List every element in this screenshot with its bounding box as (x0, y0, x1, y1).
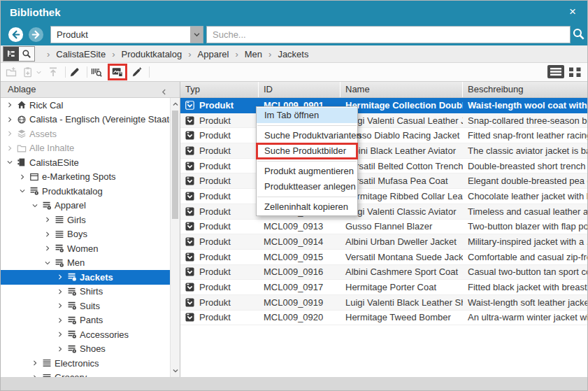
cell-name: Albini Cashmere Sport Coat (340, 265, 463, 280)
table-row[interactable]: Produkt MCL009_0919 Luigi Valenti Black … (180, 295, 587, 311)
table-row[interactable]: Produkt MCL009_0915 Versatil Montana Sue… (180, 250, 587, 265)
breadcrumb-item-produktkatalog[interactable]: Produktkatalog (122, 49, 182, 59)
sidebar-item-accessories[interactable]: Accessories (1, 327, 170, 342)
chevron-down-icon[interactable] (31, 202, 42, 209)
tree-view-toggle[interactable] (3, 47, 19, 61)
chevron-right-icon[interactable] (57, 317, 67, 324)
scrollbar-thumb[interactable] (172, 111, 178, 219)
sidebar-item-men[interactable]: Men (1, 256, 170, 271)
table-row[interactable]: Produkt Gusso Diablo Racing Jacket Fitte… (180, 128, 587, 143)
chevron-right-icon[interactable] (57, 288, 67, 295)
sidebar-item-pants[interactable]: Pants (1, 313, 170, 328)
breadcrumb-item-jackets[interactable]: Jackets (278, 49, 308, 59)
search-icon[interactable] (572, 27, 587, 42)
table-row[interactable]: Produkt Versatil Mufasa Pea Coat Elegant… (180, 173, 587, 189)
product-type-icon (185, 131, 194, 140)
back-button[interactable] (8, 27, 24, 43)
table-row[interactable]: Produkt MCL009_0913 Gusso Flannel Blazer… (180, 220, 587, 235)
menu-item-zelleninhalt-kopieren[interactable]: Zelleninhalt kopieren (257, 199, 357, 215)
chevron-right-icon[interactable] (6, 116, 17, 123)
chevron-right-icon[interactable] (57, 273, 67, 280)
sidebar-item-grocery[interactable]: Grocery (1, 371, 170, 378)
table-row[interactable]: Produkt MCL009_0914 Albini Urban Dweller… (180, 234, 587, 250)
product-type-icon (185, 207, 194, 216)
scroll-down-icon[interactable] (171, 367, 180, 375)
edit-pencil-icon[interactable] (69, 66, 80, 78)
augment-product-icon[interactable] (131, 66, 143, 78)
table-row[interactable]: Produkt MCL009_0916 Albini Cashmere Spor… (180, 265, 587, 280)
chevron-right-icon[interactable] (19, 173, 29, 180)
breadcrumb-item-calistaesite[interactable]: CalistaESite (56, 49, 106, 59)
search-input[interactable] (206, 26, 571, 43)
sidebar-item-electronics[interactable]: Electronics (1, 356, 170, 371)
table-row[interactable]: Produkt Albini Black Leather Aviator The… (180, 143, 587, 159)
menu-item-im-tab-öffnen[interactable]: Im Tab öffnen (257, 108, 357, 123)
column-header-name[interactable]: Name (340, 82, 463, 97)
sidebar-item-produktkatalog[interactable]: Produktkatalog (1, 184, 170, 199)
grid-view-button[interactable] (568, 66, 582, 78)
sidebar-item-jackets[interactable]: Jackets (1, 270, 170, 285)
sidebar-item-calistaesite[interactable]: CalistaESite (1, 155, 170, 170)
sidebar-item-assets[interactable]: Assets (1, 127, 170, 141)
upload-icon[interactable] (48, 66, 59, 78)
table-row[interactable]: Produkt MCL009_0901 Hermitage Collection… (180, 98, 587, 113)
sidebar-item-shirts[interactable]: Shirts (1, 285, 170, 299)
sidebar-item-alle-inhalte[interactable]: Alle Inhalte (1, 141, 170, 156)
menu-item-suche-produktbilder[interactable]: Suche Produktbilder (257, 143, 357, 159)
chevron-down-icon[interactable] (19, 187, 29, 194)
close-icon[interactable]: × (566, 5, 580, 19)
new-folder-icon[interactable] (6, 66, 17, 78)
sidebar-item-suits[interactable]: Suits (1, 299, 170, 313)
sidebar-item-rick-cal[interactable]: Rick Cal (1, 98, 170, 113)
column-header-typ[interactable]: Typ (180, 82, 259, 97)
table-row[interactable]: Produkt MCL009_0917 Hermitage Porter Coa… (180, 280, 587, 295)
column-header-id[interactable]: ID (259, 82, 340, 97)
chevron-right-icon[interactable] (6, 130, 17, 137)
column-header-beschreibung[interactable]: Beschreibung (463, 82, 587, 97)
sidebar-item-boys[interactable]: Boys (1, 227, 170, 242)
chevron-down-icon[interactable] (6, 159, 17, 166)
sidebar-item-girls[interactable]: Girls (1, 213, 170, 227)
chevron-right-icon[interactable] (57, 302, 67, 309)
chevron-right-icon[interactable] (57, 346, 67, 353)
chevron-right-icon[interactable] (44, 216, 55, 223)
search-view-toggle[interactable] (19, 47, 34, 61)
sidebar-item-apparel[interactable]: Apparel (1, 199, 170, 213)
sidebar-item-shoes[interactable]: Shoes (1, 342, 170, 357)
table-row[interactable]: Produkt Luigi Valenti Casual Leather Ja.… (180, 113, 587, 129)
breadcrumb-item-apparel[interactable]: Apparel (198, 49, 229, 59)
menu-item-produktteaser-anlegen[interactable]: Produktteaser anlegen (257, 179, 357, 194)
sidebar-item-e-marketing-spots[interactable]: e-Marketing Spots (1, 170, 170, 185)
forward-button[interactable] (28, 27, 44, 43)
chevron-down-icon[interactable] (44, 260, 55, 266)
tree-scrollbar[interactable] (170, 98, 180, 377)
catalog-icon (67, 329, 80, 339)
search-product-variants-icon[interactable] (91, 66, 102, 78)
cell-typ: Produkt (199, 161, 231, 171)
table-row[interactable]: Produkt MCL009_0910 Luigi Valenti Classi… (180, 204, 587, 220)
scroll-up-icon[interactable] (171, 100, 180, 108)
breadcrumb-item-men[interactable]: Men (245, 49, 262, 59)
sidebar-item-calista-englisch-vereinigte-staaten-[interactable]: Calista - Englisch (Vereinigte Staaten) (1, 113, 170, 127)
chevron-right-icon[interactable] (6, 101, 17, 108)
chevron-down-icon[interactable] (36, 69, 42, 76)
chevron-right-icon[interactable] (57, 331, 67, 338)
cell-typ: Produkt (199, 252, 231, 262)
table-row[interactable]: Produkt MCL009_0920 Hermitage Tweed Bomb… (180, 311, 587, 326)
chevron-right-icon[interactable] (44, 245, 55, 252)
list-view-button[interactable] (547, 65, 564, 78)
menu-item-suche-produktvarianten[interactable]: Suche Produktvarianten (257, 128, 357, 143)
chevron-down-icon[interactable] (190, 27, 203, 43)
menu-item-produkt-augmentieren[interactable]: Produkt augmentieren (257, 164, 357, 179)
search-product-pictures-icon[interactable] (112, 66, 123, 78)
table-row[interactable]: Produkt Hermitage Ribbed Collar Leathe..… (180, 189, 587, 204)
chevron-right-icon[interactable] (31, 360, 42, 367)
paste-icon[interactable] (22, 66, 34, 78)
chevron-right-icon[interactable] (44, 231, 55, 238)
table-row[interactable]: Produkt Versatil Belted Cotton Trench Do… (180, 159, 587, 174)
catalog-icon (55, 258, 67, 268)
chevron-right-icon[interactable] (6, 145, 17, 152)
type-filter-dropdown[interactable]: Produkt (50, 26, 203, 43)
sidebar-item-women[interactable]: Women (1, 241, 170, 256)
cell-beschreibung: Comfortable and casual zip-fro... (463, 250, 587, 264)
